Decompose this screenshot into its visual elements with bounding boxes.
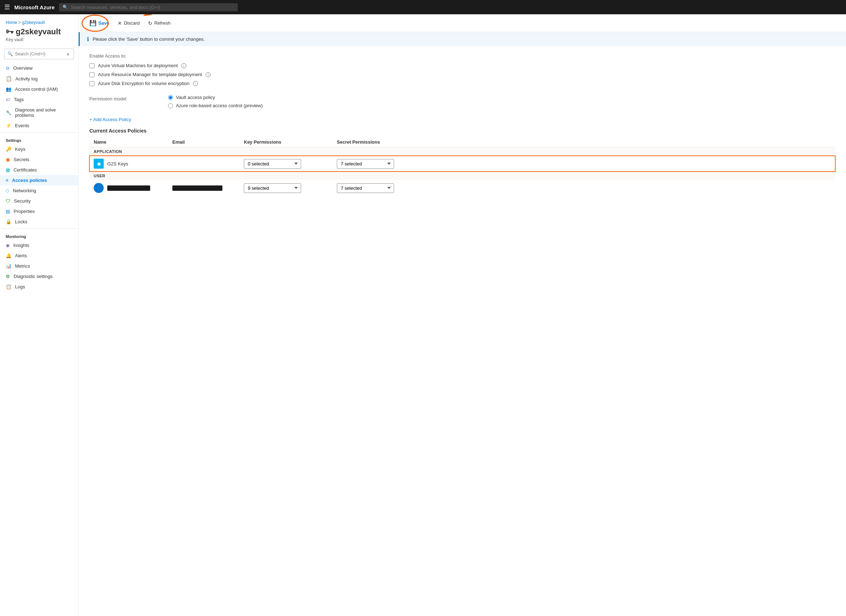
g2s-keys-key-permissions-cell[interactable]: 0 selected (240, 156, 333, 172)
enable-access-disk-label[interactable]: Azure Disk Encryption for volume encrypt… (98, 81, 190, 86)
permission-vault-policy-row: Vault access policy (168, 95, 263, 100)
access-control-icon: 👥 (6, 87, 12, 92)
breadcrumb-home[interactable]: Home (6, 20, 17, 25)
save-icon: 💾 (90, 20, 97, 26)
sidebar-item-diagnose[interactable]: 🔧 Diagnose and solve problems (0, 105, 78, 120)
user-avatar: 👤 (94, 183, 104, 193)
user-secret-permissions-dropdown[interactable]: 7 selected (337, 183, 394, 193)
sidebar-item-insights[interactable]: ◉ Insights (0, 240, 78, 251)
sidebar-item-tags[interactable]: 🏷 Tags (0, 94, 78, 105)
vault-policy-label[interactable]: Vault access policy (176, 95, 215, 100)
sidebar-item-security[interactable]: 🛡 Security (0, 196, 78, 206)
sidebar-item-properties[interactable]: ▤ Properties (0, 206, 78, 217)
sidebar-item-label: Keys (15, 147, 25, 152)
user-email-cell (168, 180, 240, 196)
user-name-cell: 👤 (90, 180, 168, 196)
hamburger-icon[interactable]: ☰ (4, 3, 10, 11)
permission-model-section: Permission model Vault access policy Azu… (90, 95, 835, 108)
content-toolbar: 💾 Save ✕ Discard ↻ Refresh (79, 14, 846, 32)
sidebar-item-label: Certificates (13, 167, 37, 173)
sidebar-item-label: Security (14, 198, 31, 204)
info-banner: ℹ Please click the 'Save' button to comm… (79, 32, 846, 46)
enable-access-options: Azure Virtual Machines for deployment i … (90, 63, 835, 86)
sidebar-item-activity-log[interactable]: 📋 Activity log (0, 73, 78, 84)
discard-icon: ✕ (118, 21, 122, 26)
vm-info-icon[interactable]: i (181, 63, 186, 68)
sidebar-search-input[interactable] (15, 51, 63, 56)
enable-access-disk-checkbox[interactable] (90, 81, 94, 86)
user-key-permissions-cell[interactable]: 9 selected (240, 180, 333, 196)
sidebar-item-overview[interactable]: ⊙ Overview (0, 63, 78, 73)
global-search-input[interactable] (71, 4, 234, 10)
disk-info-icon[interactable]: i (193, 81, 198, 86)
g2s-keys-secret-permissions-cell[interactable]: 7 selected (333, 156, 835, 172)
table-row: ▣ G2S Keys 0 selected (90, 156, 835, 172)
refresh-button[interactable]: ↻ Refresh (144, 19, 174, 28)
permission-model-options: Vault access policy Azure role-based acc… (168, 95, 263, 108)
g2s-keys-name-cell: ▣ G2S Keys (90, 156, 168, 172)
sidebar-item-access-control[interactable]: 👥 Access control (IAM) (0, 84, 78, 94)
metrics-icon: 📊 (6, 263, 12, 269)
sidebar-item-certificates[interactable]: ▦ Certificates (0, 165, 78, 175)
breadcrumb-separator: > (18, 20, 22, 25)
alerts-icon: 🔔 (6, 253, 12, 258)
sidebar-item-label: Metrics (15, 263, 30, 269)
g2s-keys-email-cell (168, 156, 240, 172)
sidebar-search-box[interactable]: 🔍 « (4, 48, 74, 59)
key-permissions-column-header: Key Permissions (240, 137, 333, 147)
vault-policy-radio[interactable] (168, 95, 173, 100)
user-secret-permissions-cell[interactable]: 7 selected (333, 180, 835, 196)
sidebar-item-keys[interactable]: 🔑 Keys (0, 144, 78, 154)
sidebar-item-alerts[interactable]: 🔔 Alerts (0, 251, 78, 261)
sidebar-item-access-policies[interactable]: ≡ Access policies (0, 175, 78, 185)
properties-icon: ▤ (6, 209, 10, 214)
sidebar-item-label: Tags (14, 97, 24, 102)
sidebar-collapse-button[interactable]: « (65, 50, 71, 57)
sidebar-item-networking[interactable]: ◇ Networking (0, 185, 78, 196)
sidebar-item-label: Diagnostic settings (13, 274, 53, 279)
global-search-box[interactable]: 🔍 (59, 3, 238, 12)
logs-icon: 📋 (6, 284, 12, 289)
sidebar-item-locks[interactable]: 🔒 Locks (0, 217, 78, 227)
monitoring-section-header: Monitoring (0, 230, 78, 240)
name-column-header: Name (90, 137, 168, 147)
discard-button[interactable]: ✕ Discard (114, 19, 143, 28)
settings-section-header: Settings (0, 134, 78, 144)
email-column-header: Email (168, 137, 240, 147)
rbac-radio[interactable] (168, 103, 173, 108)
networking-icon: ◇ (6, 188, 9, 193)
sidebar-item-metrics[interactable]: 📊 Metrics (0, 261, 78, 271)
enable-access-arm-label[interactable]: Azure Resource Manager for template depl… (98, 72, 202, 77)
sidebar-navigation: ⊙ Overview 📋 Activity log 👥 Access contr… (0, 63, 78, 616)
events-icon: ⚡ (6, 123, 12, 128)
table-row: 👤 (90, 180, 835, 196)
enable-access-arm-checkbox[interactable] (90, 72, 94, 77)
sidebar-item-events[interactable]: ⚡ Events (0, 120, 78, 131)
breadcrumb: Home > g2skeyvault (6, 20, 73, 25)
resource-type: Key vault (6, 37, 73, 42)
g2s-keys-secret-permissions-dropdown[interactable]: 7 selected (337, 159, 394, 169)
user-key-permissions-dropdown[interactable]: 9 selected (244, 183, 301, 193)
diagnose-icon: 🔧 (6, 110, 12, 116)
enable-access-vm-checkbox[interactable] (90, 63, 94, 68)
sidebar-item-secrets[interactable]: ▣ Secrets (0, 154, 78, 165)
sidebar-item-label: Properties (13, 209, 35, 214)
g2s-keys-name: G2S Keys (107, 161, 128, 167)
rbac-label[interactable]: Azure role-based access control (preview… (176, 103, 263, 108)
current-policies-section: Current Access Policies Name Email Key P… (90, 128, 835, 196)
arm-info-icon[interactable]: i (206, 72, 210, 77)
sidebar-item-label: Activity log (15, 76, 38, 81)
sidebar-item-label: Diagnose and solve problems (15, 107, 73, 118)
enable-access-vm-label[interactable]: Azure Virtual Machines for deployment (98, 63, 178, 68)
sidebar-item-label: Networking (13, 188, 36, 193)
sidebar-item-diagnostic-settings[interactable]: ⚙ Diagnostic settings (0, 271, 78, 282)
secrets-icon: ▣ (6, 157, 10, 162)
breadcrumb-current[interactable]: g2skeyvault (22, 20, 45, 25)
application-category-row: APPLICATION (90, 147, 835, 156)
table-header-row: Name Email Key Permissions Secret Permis… (90, 137, 835, 147)
sidebar-item-logs[interactable]: 📋 Logs (0, 282, 78, 292)
add-access-policy-link[interactable]: + Add Access Policy (90, 117, 131, 122)
sidebar-item-label: Secrets (13, 157, 29, 162)
g2s-keys-key-permissions-dropdown[interactable]: 0 selected (244, 159, 301, 169)
save-button[interactable]: 💾 Save (86, 18, 113, 28)
